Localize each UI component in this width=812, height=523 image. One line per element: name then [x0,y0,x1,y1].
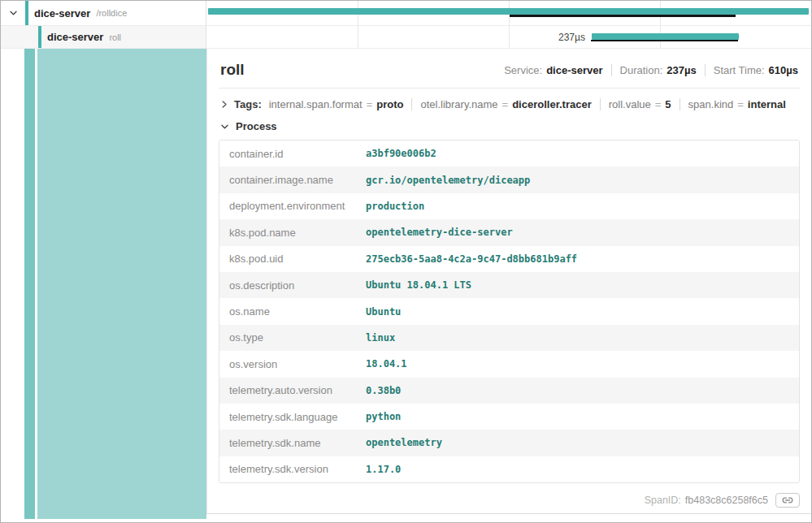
span-timeline-cell [206,1,811,26]
kv-value: Ubuntu [366,306,401,318]
span-name-cell[interactable]: dice-server roll [1,26,206,49]
link-icon [782,496,793,504]
tag-key: roll.value [609,98,651,110]
span-id-footer: SpanID: fb483c8c6258f6c5 [645,493,800,508]
span-timeline-cell: 237µs [206,26,811,49]
kv-key: telemetry.sdk.name [219,437,366,449]
tag-value: proto [376,98,403,110]
divider [611,64,612,76]
kv-key: k8s.pod.name [219,227,366,239]
process-label: Process [236,120,277,132]
equals-sign: = [367,98,373,110]
kv-row: deployment.environmentproduction [219,193,799,219]
service-value: dice-server [546,64,602,76]
tags-label: Tags: [234,98,262,110]
kv-key: telemetry.sdk.language [219,411,366,423]
span-bar-roll[interactable] [592,33,740,40]
tag-value: diceroller.tracer [512,98,592,110]
kv-row: telemetry.auto.version0.38b0 [219,378,799,404]
kv-key: k8s.pod.uid [219,253,366,265]
span-id-label: SpanID: [645,495,681,506]
kv-value: a3bf90e006b2 [366,148,436,159]
kv-row: container.image.namegcr.io/opentelemetry… [219,166,799,192]
kv-key: os.description [219,279,366,292]
start-time-label: Start Time: [714,64,765,76]
span-detail-panel: roll Service: dice-server Duration: 237µ… [206,49,811,514]
kv-value: python [366,411,401,422]
kv-value: Ubuntu 18.04.1 LTS [366,279,471,291]
kv-key: telemetry.sdk.version [219,463,366,475]
chevron-down-icon [220,123,229,131]
kv-value: linux [366,332,395,344]
span-name-cell[interactable]: dice-server /rolldice [1,1,206,26]
tag-key: otel.library.name [420,98,497,110]
kv-row: telemetry.sdk.nameopentelemetry [219,430,799,456]
chevron-right-icon [220,100,228,109]
divider [600,98,601,110]
kv-key: container.image.name [219,174,366,186]
operation-name: /rolldice [96,8,127,18]
kv-value: opentelemetry-dice-server [366,227,513,238]
kv-value: 0.38b0 [366,385,401,396]
equals-sign: = [502,98,509,110]
tag-value: internal [748,98,786,110]
span-row-rolldice[interactable]: dice-server /rolldice [1,1,811,26]
span-bar-rolldice[interactable] [208,8,809,15]
detail-header-meta: Service: dice-server Duration: 237µs Sta… [504,64,798,76]
kv-row: os.version18.04.1 [219,351,799,377]
detail-indent-rail [1,49,206,522]
chevron-down-icon[interactable] [7,9,19,17]
kv-value: 275ecb36-5aa8-4c2a-9c47-d8bb681b9aff [366,253,577,265]
span-row-roll[interactable]: dice-server roll 237µs [1,26,811,49]
child-span-marker [510,15,736,17]
operation-name: roll [109,32,121,42]
service-label: Service: [504,64,542,76]
kv-value: 18.04.1 [366,358,407,370]
divider [411,98,412,110]
divider [705,64,706,76]
span-title: roll [220,61,245,79]
span-duration-label: 237µs [532,32,585,43]
kv-row: k8s.pod.uid275ecb36-5aa8-4c2a-9c47-d8bb6… [219,246,799,272]
service-color-strip [25,1,28,25]
kv-value: production [366,201,424,212]
kv-row: os.descriptionUbuntu 18.04.1 LTS [219,272,799,298]
span-id-value: fb483c8c6258f6c5 [685,495,768,506]
service-name: dice-server [47,31,103,43]
kv-value: opentelemetry [366,437,442,448]
service-name: dice-server [34,7,90,19]
kv-row: os.typelinux [219,325,799,351]
process-kv-table: container.ida3bf90e006b2 container.image… [219,140,800,483]
kv-key: os.type [219,331,366,344]
equals-sign: = [737,98,744,110]
kv-key: os.name [219,305,366,318]
kv-row: container.ida3bf90e006b2 [219,140,799,166]
kv-value: 1.17.0 [366,464,401,475]
kv-value: gcr.io/opentelemetry/diceapp [366,175,530,186]
deep-link-button[interactable] [775,493,800,508]
kv-key: telemetry.auto.version [219,384,366,396]
kv-key: container.id [219,148,366,160]
tag-key: internal.span.format [269,98,363,110]
detail-header: roll Service: dice-server Duration: 237µ… [219,49,800,89]
selected-span-color-block [37,49,206,519]
tag-value: 5 [665,98,671,110]
process-section-header[interactable]: Process [219,119,800,140]
kv-row: k8s.pod.nameopentelemetry-dice-server [219,219,799,245]
kv-row: telemetry.sdk.languagepython [219,404,799,430]
service-color-strip [38,26,41,48]
kv-row: os.nameUbuntu [219,298,799,324]
critical-path-marker [591,40,738,41]
start-time-value: 610µs [769,64,798,76]
kv-key: os.version [219,358,366,370]
duration-value: 237µs [667,64,696,76]
equals-sign: = [655,98,662,110]
tags-section-header[interactable]: Tags: internal.span.format = proto otel.… [219,89,800,119]
span-indent-guide[interactable] [24,49,35,519]
duration-label: Duration: [620,64,663,76]
divider [680,98,680,110]
jaeger-trace-detail-view: dice-server /rolldice dice-server roll 2… [0,0,812,523]
kv-key: deployment.environment [219,200,366,212]
tag-key: span.kind [688,98,734,110]
kv-row: telemetry.sdk.version1.17.0 [219,456,799,482]
